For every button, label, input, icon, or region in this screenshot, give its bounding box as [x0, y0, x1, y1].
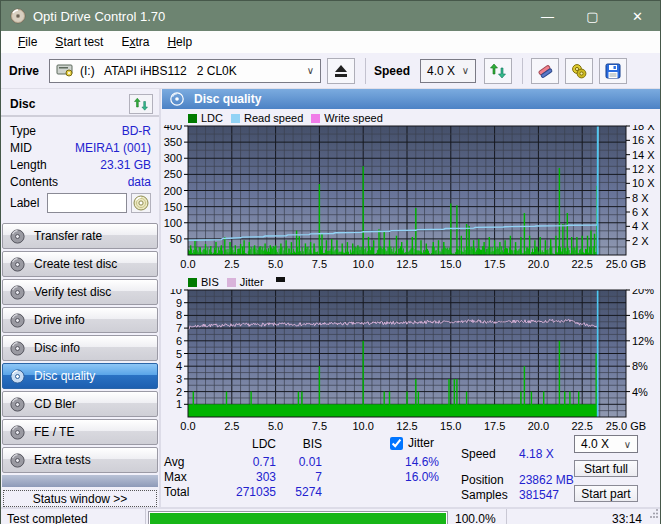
svg-text:300: 300 — [164, 152, 182, 164]
disc-icon — [10, 257, 25, 272]
sidebar-item-label: Verify test disc — [34, 285, 111, 299]
svg-text:22.5: 22.5 — [571, 420, 592, 432]
legend-swatch — [311, 114, 320, 123]
drive-select[interactable]: (I:) ATAPI iHBS112 2 CL0K ∨ — [49, 59, 321, 83]
refresh-disc-button[interactable] — [129, 94, 153, 114]
chart-bis-jitter: 1098765432120%16%12%8%4%0.02.55.07.510.0… — [162, 289, 660, 435]
svg-text:15.0: 15.0 — [440, 258, 461, 270]
status-bar: Test completed 100.0% 33:14 — [1, 507, 660, 524]
max-bis: 7 — [280, 470, 322, 484]
sidebar-item-create-test-disc[interactable]: Create test disc — [2, 251, 158, 277]
info-value: MEIRA1 (001) — [75, 141, 151, 155]
svg-text:4 X: 4 X — [632, 220, 649, 232]
legend-entry: BIS — [188, 276, 219, 288]
svg-text:100: 100 — [164, 217, 182, 229]
sidebar-item-verify-test-disc[interactable]: Verify test disc — [2, 279, 158, 305]
app-window: Opti Drive Control 1.70 — ▢ ✕ File Start… — [0, 0, 661, 524]
sidebar-item-fe-te[interactable]: FE / TE — [2, 419, 158, 445]
chevron-down-icon: ∨ — [307, 65, 314, 76]
sidebar-item-drive-info[interactable]: Drive info — [2, 307, 158, 333]
samples-value: 381547 — [519, 488, 559, 502]
legend-marker — [276, 277, 285, 282]
tools-button[interactable] — [565, 58, 593, 84]
legend-swatch — [188, 278, 197, 287]
label-input[interactable] — [47, 193, 127, 213]
svg-text:250: 250 — [164, 168, 182, 180]
refresh-drives-button[interactable] — [484, 58, 512, 84]
svg-text:17.5: 17.5 — [484, 258, 505, 270]
save-button[interactable] — [599, 58, 627, 84]
svg-text:7.5: 7.5 — [312, 258, 327, 270]
menu-help[interactable]: Help — [158, 32, 201, 52]
sidebar-item-extra-tests[interactable]: Extra tests — [2, 447, 158, 473]
svg-text:0.0: 0.0 — [180, 420, 195, 432]
sidebar-item-label: Create test disc — [34, 257, 117, 271]
svg-text:7.5: 7.5 — [312, 420, 327, 432]
legend-swatch — [227, 278, 236, 287]
svg-text:7: 7 — [176, 322, 182, 334]
sidebar-item-cd-bler[interactable]: CD Bler — [2, 391, 158, 417]
elapsed-time: 33:14 — [507, 512, 660, 524]
eject-button[interactable] — [327, 58, 355, 84]
position-value: 23862 MB — [519, 473, 574, 487]
disc-icon — [10, 341, 25, 356]
svg-text:22.5: 22.5 — [571, 258, 592, 270]
svg-text:2: 2 — [176, 386, 182, 398]
total-ldc: 271035 — [220, 485, 276, 499]
minimize-button[interactable]: — — [525, 1, 570, 31]
test-speed-select[interactable]: 4.0 X ∨ — [574, 435, 638, 453]
svg-text:10.0: 10.0 — [352, 258, 373, 270]
svg-text:12 X: 12 X — [632, 163, 655, 175]
drive-icon — [56, 61, 74, 80]
speed-select[interactable]: 4.0 X ∨ — [420, 59, 476, 83]
app-disc-icon — [10, 8, 26, 24]
erase-disc-button[interactable] — [531, 58, 559, 84]
svg-text:20.0: 20.0 — [528, 420, 549, 432]
jitter-label: Jitter — [408, 436, 434, 450]
toolbar-separator — [365, 58, 366, 84]
svg-text:2.5: 2.5 — [224, 258, 239, 270]
info-label: Contents — [10, 175, 58, 189]
legend-swatch — [188, 114, 197, 123]
disc-icon — [10, 229, 25, 244]
resize-grip[interactable] — [649, 507, 659, 521]
svg-text:0.0: 0.0 — [180, 258, 195, 270]
menu-file[interactable]: File — [9, 32, 46, 52]
info-label: Length — [10, 158, 47, 172]
svg-text:10.0: 10.0 — [352, 420, 373, 432]
menu-extra[interactable]: Extra — [112, 32, 158, 52]
svg-text:8 X: 8 X — [632, 192, 649, 204]
test-speed-value: 4.0 X — [581, 437, 609, 451]
info-value: BD-R — [122, 124, 151, 138]
svg-text:12.5: 12.5 — [396, 420, 417, 432]
info-row-type: TypeBD-R — [10, 122, 151, 139]
row-label-total: Total — [164, 485, 189, 499]
sidebar-item-disc-info[interactable]: Disc info — [2, 335, 158, 361]
sidebar-item-label: Disc info — [34, 341, 80, 355]
page-title: Disc quality — [194, 92, 261, 106]
start-full-button[interactable]: Start full — [574, 460, 638, 477]
write-label-button[interactable] — [131, 193, 151, 213]
info-label: Type — [10, 124, 36, 138]
label-field-label: Label — [10, 196, 39, 210]
sidebar-item-label: CD Bler — [34, 397, 76, 411]
svg-text:20.0: 20.0 — [528, 258, 549, 270]
svg-text:3: 3 — [176, 373, 182, 385]
row-label-max: Max — [164, 470, 187, 484]
status-window-button[interactable]: Status window >> — [3, 490, 157, 507]
jitter-checkbox[interactable] — [390, 437, 403, 450]
info-label: MID — [10, 141, 32, 155]
sidebar-item-disc-quality[interactable]: Disc quality — [2, 363, 158, 389]
svg-text:10 X: 10 X — [632, 177, 655, 189]
legend-entry: Jitter — [227, 276, 264, 288]
speed-value: 4.0 X — [427, 64, 455, 78]
info-value[interactable]: data — [128, 175, 151, 189]
toolbar: Drive (I:) ATAPI iHBS112 2 CL0K ∨ Speed … — [1, 53, 660, 89]
col-header-bis: BIS — [280, 437, 322, 451]
start-part-button[interactable]: Start part — [574, 485, 638, 502]
menu-start-test[interactable]: Start test — [46, 32, 112, 52]
sidebar-item-transfer-rate[interactable]: Transfer rate — [2, 223, 158, 249]
maximize-button[interactable]: ▢ — [570, 1, 615, 31]
svg-text:8%: 8% — [632, 360, 648, 372]
close-button[interactable]: ✕ — [615, 1, 660, 31]
